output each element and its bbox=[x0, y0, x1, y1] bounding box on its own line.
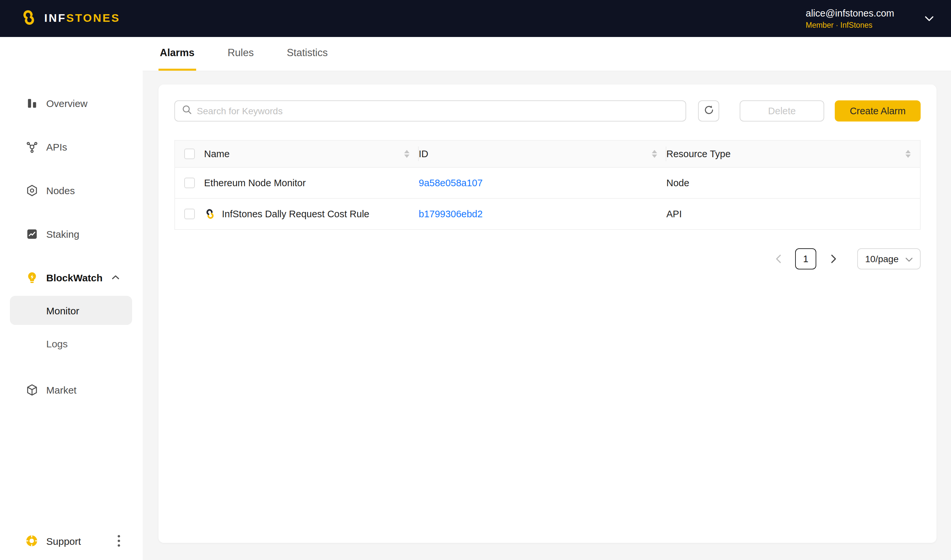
brand-name-left: INF bbox=[44, 12, 66, 25]
sidebar-item-staking[interactable]: Staking bbox=[0, 220, 143, 247]
chevron-down-icon bbox=[905, 254, 913, 264]
row-checkbox-cell bbox=[175, 209, 204, 219]
sidebar-subitem-label: Monitor bbox=[46, 305, 79, 316]
app-window: INFSTONES alice@infstones.com Member · I… bbox=[0, 0, 951, 560]
alarm-id-cell: b1799306ebd2 bbox=[419, 209, 666, 219]
chevron-up-icon bbox=[112, 275, 120, 280]
create-alarm-button[interactable]: Create Alarm bbox=[835, 100, 921, 122]
row-checkbox[interactable] bbox=[184, 178, 195, 188]
search-input[interactable] bbox=[197, 106, 678, 116]
sort-icon bbox=[652, 150, 657, 158]
sidebar-item-apis[interactable]: APIs bbox=[0, 134, 143, 160]
sidebar-item-label: BlockWatch bbox=[46, 272, 103, 283]
alarms-panel: Delete Create Alarm Name ID bbox=[158, 85, 937, 543]
alarm-id-cell: 9a58e058a107 bbox=[419, 178, 666, 188]
search-icon bbox=[182, 105, 192, 117]
sidebar-item-label: Market bbox=[46, 384, 77, 395]
account-role: Member · InfStones bbox=[806, 21, 894, 29]
tab-alarms[interactable]: Alarms bbox=[158, 37, 196, 71]
staking-icon bbox=[25, 227, 38, 240]
sidebar-item-label: APIs bbox=[46, 141, 67, 152]
sidebar: Overview APIs Nodes bbox=[0, 37, 143, 560]
search-box bbox=[174, 100, 686, 122]
brand-logo[interactable]: INFSTONES bbox=[20, 8, 120, 29]
account-email: alice@infstones.com bbox=[806, 8, 894, 18]
previous-page-button[interactable] bbox=[768, 248, 789, 269]
alarm-id-link[interactable]: 9a58e058a107 bbox=[419, 178, 483, 188]
tab-rules[interactable]: Rules bbox=[226, 37, 255, 71]
top-header: INFSTONES alice@infstones.com Member · I… bbox=[0, 0, 951, 37]
refresh-button[interactable] bbox=[698, 100, 719, 122]
sidebar-subitem-logs[interactable]: Logs bbox=[10, 329, 132, 358]
column-header-name[interactable]: Name bbox=[204, 141, 419, 167]
sidebar-item-nodes[interactable]: Nodes bbox=[0, 177, 143, 203]
table-row: Ethereum Node Monitor 9a58e058a107 Node bbox=[175, 167, 920, 198]
row-checkbox-cell bbox=[175, 178, 204, 188]
alarm-id-link[interactable]: b1799306ebd2 bbox=[419, 209, 483, 219]
column-header-resource-type[interactable]: Resource Type bbox=[666, 141, 920, 167]
select-all-checkbox[interactable] bbox=[184, 149, 195, 159]
alarms-table: Name ID Resource Type bbox=[174, 140, 921, 230]
support-row: Support bbox=[0, 526, 143, 560]
nodes-icon bbox=[25, 183, 38, 197]
account-info: alice@infstones.com Member · InfStones bbox=[806, 8, 894, 29]
sidebar-item-overview[interactable]: Overview bbox=[0, 90, 143, 116]
sidebar-item-blockwatch[interactable]: BlockWatch bbox=[0, 264, 143, 291]
sort-icon bbox=[404, 150, 409, 158]
next-page-button[interactable] bbox=[823, 248, 844, 269]
market-icon bbox=[25, 383, 38, 396]
support-label[interactable]: Support bbox=[46, 535, 111, 546]
page-size-select[interactable]: 10/page bbox=[857, 248, 921, 269]
page-number-1[interactable]: 1 bbox=[795, 248, 816, 269]
sidebar-item-label: Overview bbox=[46, 97, 88, 109]
brand-name: INFSTONES bbox=[44, 12, 120, 25]
sort-icon bbox=[905, 150, 911, 158]
alarm-name-cell: InfStones Dally Request Cost Rule bbox=[204, 208, 419, 220]
alarm-resource-type: Node bbox=[666, 178, 920, 188]
alarm-name: InfStones Dally Request Cost Rule bbox=[222, 209, 369, 219]
column-label: ID bbox=[419, 149, 428, 159]
support-icon bbox=[25, 534, 38, 548]
column-label: Name bbox=[204, 149, 229, 159]
column-header-id[interactable]: ID bbox=[419, 141, 666, 167]
pagination: 1 10/page bbox=[174, 248, 921, 269]
sidebar-subitem-monitor[interactable]: Monitor bbox=[10, 296, 132, 325]
table-row: InfStones Dally Request Cost Rule b17993… bbox=[175, 198, 920, 229]
alarm-resource-type: API bbox=[666, 209, 920, 219]
overview-icon bbox=[25, 97, 38, 109]
brand-name-right: STONES bbox=[66, 12, 120, 25]
infstones-mini-icon bbox=[204, 208, 216, 220]
tab-statistics[interactable]: Statistics bbox=[285, 37, 329, 71]
more-options-icon[interactable] bbox=[111, 533, 127, 549]
refresh-icon bbox=[704, 105, 714, 117]
row-checkbox[interactable] bbox=[184, 209, 195, 219]
account-menu[interactable]: alice@infstones.com Member · InfStones bbox=[806, 8, 934, 29]
table-header-row: Name ID Resource Type bbox=[175, 141, 920, 167]
api-icon bbox=[25, 140, 38, 153]
chevron-down-icon bbox=[925, 12, 934, 25]
sidebar-nav: Overview APIs Nodes bbox=[0, 37, 143, 403]
sidebar-item-label: Nodes bbox=[46, 185, 75, 196]
page-size-value: 10/page bbox=[865, 254, 899, 264]
infstones-logo-icon bbox=[20, 8, 38, 29]
delete-button[interactable]: Delete bbox=[740, 100, 824, 122]
sidebar-subitem-label: Logs bbox=[46, 338, 68, 349]
blockwatch-icon bbox=[25, 271, 38, 284]
toolbar: Delete Create Alarm bbox=[174, 100, 921, 122]
header-checkbox-cell bbox=[175, 149, 204, 159]
sidebar-item-label: Staking bbox=[46, 228, 79, 239]
sidebar-item-market[interactable]: Market bbox=[0, 377, 143, 403]
column-label: Resource Type bbox=[666, 149, 731, 159]
tab-bar: Alarms Rules Statistics bbox=[143, 37, 951, 71]
alarm-name: Ethereum Node Monitor bbox=[204, 178, 419, 188]
